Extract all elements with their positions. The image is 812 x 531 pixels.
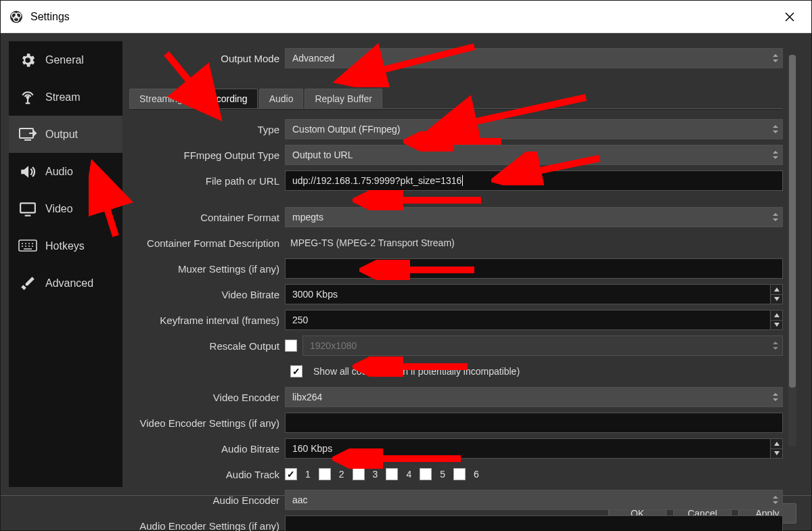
tab-replay-buffer[interactable]: Replay Buffer — [304, 89, 382, 108]
stepper[interactable] — [770, 310, 782, 329]
output-mode-value: Advanced — [292, 53, 334, 64]
audio-track-6-label: 6 — [474, 469, 479, 480]
output-icon — [18, 125, 37, 144]
updown-icon — [770, 338, 781, 354]
video-enc-settings-input[interactable] — [285, 413, 783, 433]
step-up-icon[interactable] — [771, 285, 782, 295]
output-tabs: Streaming Recording Audio Replay Buffer — [129, 89, 783, 109]
container-desc-value: MPEG-TS (MPEG-2 Transport Stream) — [285, 233, 783, 253]
settings-content: Output Mode Advanced Streaming Recording… — [125, 41, 803, 487]
updown-icon — [770, 121, 781, 137]
ffmpeg-output-type-label: FFmpeg Output Type — [129, 149, 285, 161]
svg-point-4 — [27, 96, 29, 98]
audio-bitrate-value: 160 Kbps — [292, 443, 332, 454]
audio-encoder-label: Audio Encoder — [129, 494, 285, 506]
svg-rect-6 — [20, 203, 35, 212]
sidebar-item-label: Hotkeys — [45, 240, 85, 252]
tab-streaming[interactable]: Streaming — [129, 89, 193, 108]
step-up-icon[interactable] — [771, 439, 782, 449]
sidebar-item-output[interactable]: Output — [9, 116, 122, 153]
updown-icon — [770, 492, 781, 508]
sidebar-item-label: Video — [45, 203, 73, 215]
file-path-input[interactable]: udp://192.168.1.75:9999?pkt_size=1316 — [285, 170, 783, 191]
container-desc-label: Container Format Description — [129, 237, 285, 249]
show-all-checkbox[interactable] — [290, 365, 302, 377]
sidebar-item-label: Stream — [45, 91, 81, 103]
audio-track-6-checkbox[interactable] — [453, 468, 466, 480]
audio-enc-settings-label: Audio Encoder Settings (if any) — [129, 520, 285, 532]
sidebar-item-audio[interactable]: Audio — [9, 153, 122, 190]
sidebar-item-advanced[interactable]: Advanced — [9, 264, 122, 302]
sidebar-item-label: Advanced — [45, 277, 93, 290]
video-bitrate-value: 3000 Kbps — [292, 289, 338, 300]
tools-icon — [18, 274, 37, 293]
stepper[interactable] — [770, 285, 782, 304]
updown-icon — [770, 389, 781, 405]
audio-track-label: Audio Track — [129, 469, 285, 480]
muxer-label: Muxer Settings (if any) — [129, 263, 285, 275]
audio-track-1-checkbox[interactable] — [285, 468, 297, 480]
step-down-icon[interactable] — [771, 321, 782, 330]
app-icon — [9, 9, 24, 24]
type-label: Type — [129, 124, 285, 135]
sidebar-item-video[interactable]: Video — [9, 190, 122, 227]
tab-audio[interactable]: Audio — [259, 89, 304, 108]
settings-sidebar: General Stream Output Audio — [9, 41, 122, 487]
monitor-icon — [18, 200, 37, 218]
audio-track-5-label: 5 — [440, 469, 445, 480]
rescale-checkbox[interactable] — [285, 340, 297, 352]
audio-enc-settings-input[interactable] — [285, 515, 783, 531]
sidebar-item-hotkeys[interactable]: Hotkeys — [9, 227, 122, 264]
container-format-label: Container Format — [129, 212, 285, 223]
speaker-icon — [18, 162, 37, 181]
step-down-icon[interactable] — [771, 295, 782, 304]
audio-encoder-select[interactable]: aac — [285, 490, 783, 510]
stepper[interactable] — [770, 439, 782, 458]
sidebar-item-general[interactable]: General — [9, 41, 122, 78]
sidebar-item-label: General — [45, 54, 84, 66]
ffmpeg-output-type-select[interactable]: Output to URL — [285, 145, 783, 165]
audio-track-2-label: 2 — [339, 469, 344, 480]
step-down-icon[interactable] — [771, 449, 782, 459]
tab-recording[interactable]: Recording — [194, 89, 258, 108]
rescale-input[interactable]: 1920x1080 — [302, 336, 783, 356]
audio-track-5-checkbox[interactable] — [420, 468, 432, 480]
keyframe-input[interactable]: 250 — [285, 310, 783, 330]
container-format-select[interactable]: mpegts — [285, 207, 783, 227]
keyframe-value: 250 — [292, 315, 308, 325]
window-title: Settings — [30, 11, 70, 23]
audio-track-1-label: 1 — [305, 469, 311, 480]
ffmpeg-output-type-value: Output to URL — [292, 149, 353, 160]
audio-track-4-checkbox[interactable] — [386, 468, 398, 480]
sidebar-item-label: Audio — [45, 166, 73, 178]
close-button[interactable] — [776, 3, 803, 30]
output-mode-label: Output Mode — [129, 53, 285, 64]
video-encoder-select[interactable]: libx264 — [285, 387, 783, 407]
keyframe-label: Keyframe interval (frames) — [129, 315, 285, 326]
audio-encoder-value: aac — [292, 494, 308, 505]
type-select[interactable]: Custom Output (FFmpeg) — [285, 119, 783, 139]
audio-track-2-checkbox[interactable] — [319, 468, 331, 480]
audio-track-4-label: 4 — [406, 469, 411, 480]
audio-bitrate-label: Audio Bitrate — [129, 443, 285, 455]
step-up-icon[interactable] — [771, 310, 782, 321]
rescale-label: Rescale Output — [129, 340, 285, 352]
scrollbar[interactable] — [788, 55, 796, 446]
file-path-value: udp://192.168.1.75:9999?pkt_size=1316 — [292, 175, 463, 186]
updown-icon — [770, 50, 781, 66]
muxer-input[interactable] — [285, 258, 783, 279]
video-bitrate-input[interactable]: 3000 Kbps — [285, 284, 783, 304]
sidebar-item-label: Output — [45, 129, 78, 141]
file-path-label: File path or URL — [129, 175, 285, 187]
audio-bitrate-input[interactable]: 160 Kbps — [285, 438, 783, 459]
gear-icon — [18, 51, 37, 70]
container-format-value: mpegts — [292, 212, 323, 223]
updown-icon — [770, 147, 781, 163]
video-bitrate-label: Video Bitrate — [129, 289, 285, 300]
audio-track-3-checkbox[interactable] — [353, 468, 365, 480]
video-encoder-label: Video Encoder — [129, 392, 285, 403]
sidebar-item-stream[interactable]: Stream — [9, 78, 122, 116]
type-value: Custom Output (FFmpeg) — [292, 124, 401, 135]
scrollbar-thumb[interactable] — [789, 55, 796, 388]
output-mode-select[interactable]: Advanced — [285, 48, 783, 68]
